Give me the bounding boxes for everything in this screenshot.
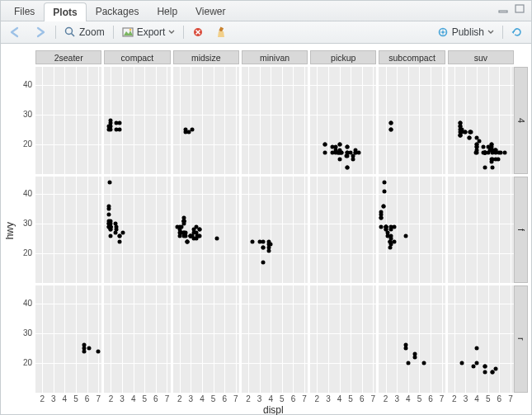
y-tick: 40 <box>16 189 32 198</box>
facet-col-strip: 2seater <box>35 50 101 64</box>
facet-col-strip: compact <box>104 50 170 64</box>
svg-rect-10 <box>219 26 224 31</box>
y-tick: 30 <box>16 328 32 337</box>
x-tick: 4 <box>266 394 275 403</box>
y-axis-label: hwy <box>4 222 16 239</box>
x-tick: 5 <box>346 394 355 403</box>
facet-panel <box>104 67 170 174</box>
x-tick: 6 <box>426 394 435 403</box>
x-tick: 5 <box>415 394 423 403</box>
plot-area: hwydispl2seatercompactmidsizeminivanpick… <box>1 44 531 414</box>
tab-files[interactable]: Files <box>5 2 44 21</box>
facet-col-strip: pickup <box>310 50 376 64</box>
facet-col-strip: suv <box>448 50 514 64</box>
facet-panel <box>35 177 101 284</box>
remove-plot-button[interactable] <box>189 25 207 40</box>
y-tick: 20 <box>16 139 32 149</box>
x-tick: 2 <box>313 394 321 403</box>
tab-viewer[interactable]: Viewer <box>186 2 234 21</box>
x-tick: 5 <box>278 394 286 403</box>
svg-line-3 <box>72 34 75 37</box>
export-label: Export <box>137 26 166 38</box>
y-tick: 30 <box>16 110 32 119</box>
x-tick: 4 <box>129 394 138 403</box>
x-tick: 3 <box>324 394 332 403</box>
pane-tabbar: Files Plots Packages Help Viewer <box>1 1 531 21</box>
export-button[interactable]: Export <box>119 25 179 40</box>
back-button[interactable] <box>6 25 26 40</box>
tab-help[interactable]: Help <box>148 2 186 21</box>
svg-rect-1 <box>516 5 524 12</box>
x-tick: 4 <box>60 394 68 403</box>
maximize-icon[interactable] <box>515 4 526 14</box>
facet-col-strip: minivan <box>242 50 308 64</box>
facet-panel <box>173 285 239 393</box>
x-tick: 2 <box>450 394 459 403</box>
svg-marker-5 <box>124 31 133 35</box>
x-tick: 4 <box>336 394 344 403</box>
x-tick: 6 <box>289 394 297 403</box>
clear-plots-button[interactable] <box>212 25 230 40</box>
forward-button[interactable] <box>31 25 50 40</box>
facet-col-strip: subcompact <box>379 50 445 64</box>
x-tick: 3 <box>393 394 401 403</box>
x-tick: 7 <box>438 394 446 403</box>
facet-panel <box>173 67 239 174</box>
x-tick: 2 <box>176 394 184 403</box>
facet-panel <box>104 285 170 393</box>
facet-panel <box>448 67 514 174</box>
x-tick: 5 <box>210 394 218 403</box>
x-tick: 7 <box>232 394 240 403</box>
x-tick: 5 <box>72 394 80 403</box>
facet-col-strip: midsize <box>173 50 239 64</box>
x-tick: 4 <box>404 394 412 403</box>
x-tick: 3 <box>461 394 469 403</box>
x-tick: 5 <box>140 394 148 403</box>
zoom-label: Zoom <box>79 26 105 38</box>
facet-panel <box>310 285 376 393</box>
publish-button[interactable]: Publish <box>434 25 497 40</box>
x-tick: 7 <box>506 394 515 403</box>
facet-scatter-plot: hwydispl2seatercompactmidsizeminivanpick… <box>2 45 530 413</box>
facet-panel <box>379 177 445 284</box>
y-tick: 40 <box>16 80 32 89</box>
x-tick: 2 <box>38 394 46 403</box>
svg-marker-15 <box>512 31 515 34</box>
x-tick: 3 <box>256 394 264 403</box>
chevron-down-icon <box>487 30 494 35</box>
tab-packages[interactable]: Packages <box>87 2 148 21</box>
y-tick: 20 <box>16 358 32 367</box>
zoom-button[interactable]: Zoom <box>61 25 108 40</box>
facet-panel <box>242 177 308 284</box>
facet-row-strip: r <box>514 285 528 393</box>
y-tick: 30 <box>16 219 32 228</box>
x-tick: 2 <box>106 394 115 403</box>
x-tick: 7 <box>162 394 171 403</box>
facet-panel <box>242 285 308 393</box>
x-tick: 4 <box>198 394 206 403</box>
facet-panel <box>448 177 514 284</box>
facet-panel <box>379 285 445 393</box>
x-tick: 3 <box>49 394 58 403</box>
facet-row-strip: 4 <box>514 67 528 174</box>
minimize-icon[interactable] <box>498 4 510 14</box>
plots-toolbar: Zoom Export Publish <box>1 21 531 44</box>
facet-panel <box>35 67 101 174</box>
x-tick: 5 <box>484 394 492 403</box>
refresh-button[interactable] <box>508 25 526 40</box>
facet-panel <box>310 177 376 284</box>
publish-label: Publish <box>452 26 484 38</box>
x-tick: 6 <box>358 394 366 403</box>
svg-point-2 <box>66 28 73 35</box>
x-tick: 7 <box>300 394 308 403</box>
x-tick: 3 <box>118 394 126 403</box>
x-tick: 2 <box>244 394 252 403</box>
x-tick: 6 <box>495 394 503 403</box>
facet-row-strip: f <box>514 177 528 284</box>
facet-panel <box>379 67 445 174</box>
x-tick: 4 <box>473 394 481 403</box>
tab-plots[interactable]: Plots <box>44 2 86 21</box>
x-tick: 6 <box>152 394 160 403</box>
x-tick: 7 <box>94 394 102 403</box>
facet-panel <box>242 67 308 174</box>
